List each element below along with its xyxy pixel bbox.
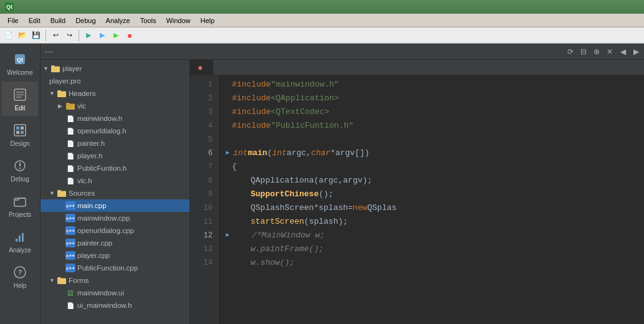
sync-icon-btn[interactable]: ⟳ — [565, 46, 576, 57]
tree-item-vlc[interactable]: ▶ vlc — [41, 100, 190, 112]
tree-item-PublicFuntion-h[interactable]: 📄 PublicFuntion.h — [41, 162, 190, 174]
sidebar-btn-edit[interactable]: Edit — [2, 82, 38, 116]
tree-label: Headers — [69, 90, 95, 97]
line-num-4: 4 — [193, 119, 213, 133]
code-line-13: w.paintFrame(); — [223, 242, 639, 256]
tree-label: Forms — [69, 277, 89, 284]
tree-item-mainwindow-h[interactable]: 📄 mainwindow.h — [41, 112, 190, 125]
debug-btn[interactable]: ▶ — [96, 29, 108, 42]
close-panel-btn[interactable]: ✕ — [604, 46, 615, 57]
tree-item-painter-h[interactable]: 📄 painter.h — [41, 137, 190, 150]
left-sidebar: QtWelcomeEditDesignDebugProjectsAnalyze?… — [0, 44, 41, 324]
code-line-8: QApplication a(argc, argv); — [223, 174, 639, 188]
filter-icon-btn[interactable]: ⊟ — [578, 46, 589, 57]
file-tree[interactable]: ▼ player player.pro ▼ Headers ▶ vlc 📄 ma… — [41, 60, 190, 324]
tree-item-PublicFunction-cpp[interactable]: c++ PublicFunction.cpp — [41, 262, 190, 274]
line-num-8: 8 — [193, 174, 213, 188]
code-line-5 — [223, 133, 639, 146]
tree-item-main-cpp[interactable]: c++ main.cpp — [41, 199, 190, 212]
line-num-13: 13 — [193, 242, 213, 256]
menu-item-analyze[interactable]: Analyze — [101, 16, 135, 26]
tree-item-player-cpp[interactable]: c++ player.cpp — [41, 249, 190, 262]
build-btn[interactable]: ▶ — [82, 29, 95, 42]
tree-item-Forms[interactable]: ▼ Forms — [41, 274, 190, 287]
toolbar-sep-2 — [79, 30, 79, 41]
tree-label: vlc — [77, 102, 86, 110]
tree-item-openurldialog-cpp[interactable]: c++ openurldialog.cpp — [41, 224, 190, 237]
tree-item-player-pro[interactable]: player.pro — [41, 75, 190, 87]
save-btn[interactable]: 💾 — [30, 29, 42, 42]
tree-label: PublicFuntion.h — [77, 164, 127, 172]
sidebar-btn-analyze[interactable]: Analyze — [2, 224, 38, 258]
tree-label: Sources — [69, 189, 95, 197]
line-num-12: 12 — [193, 229, 213, 242]
design-sidebar-icon — [11, 122, 29, 139]
svg-text:?: ? — [18, 269, 22, 276]
tree-label: vlc.h — [77, 177, 92, 184]
tree-label: player.pro — [49, 77, 81, 85]
line-numbers: 1234567891011121314 — [190, 75, 218, 324]
tree-item-Headers[interactable]: ▼ Headers — [41, 87, 190, 100]
new-file-btn[interactable]: 📄 — [2, 29, 15, 42]
menu-item-tools[interactable]: Tools — [135, 16, 161, 26]
back-nav-btn[interactable]: ◀ — [617, 46, 628, 57]
sidebar-btn-design[interactable]: Design — [2, 117, 38, 151]
tree-label: main.cpp — [77, 202, 107, 209]
tree-label: openurldialog.cpp — [77, 227, 134, 234]
editor-tab-right — [213, 60, 644, 75]
code-line-14: w.show(); — [223, 256, 639, 270]
tree-label: player.h — [77, 152, 102, 160]
stop-btn[interactable]: ■ — [123, 29, 136, 42]
help-sidebar-icon: ? — [11, 264, 29, 281]
line-num-2: 2 — [193, 92, 213, 105]
code-line-2: #include <QApplication> — [223, 92, 639, 105]
forward-nav-btn[interactable]: ▶ — [630, 46, 642, 57]
editor-tabs: ● — [190, 60, 644, 75]
editor-tab-main-cpp[interactable]: ● — [190, 60, 213, 75]
menu-item-build[interactable]: Build — [46, 16, 70, 26]
sidebar-btn-welcome[interactable]: QtWelcome — [2, 46, 38, 80]
line-num-6: 6 — [193, 146, 213, 160]
tree-item-vlc-h[interactable]: 📄 vlc.h — [41, 174, 190, 187]
line-num-7: 7 — [193, 160, 213, 174]
menu-item-window[interactable]: Window — [161, 16, 195, 26]
debug-sidebar-icon — [11, 157, 29, 174]
projects-tab[interactable] — [43, 50, 54, 53]
tree-label: painter.h — [77, 140, 105, 147]
run-btn[interactable]: ▶ — [110, 29, 122, 42]
tree-label: PublicFunction.cpp — [77, 264, 138, 272]
projects-sidebar-icon — [11, 193, 29, 210]
undo-btn[interactable]: ↩ — [49, 29, 62, 42]
tree-item-Sources[interactable]: ▼ Sources — [41, 187, 190, 199]
sidebar-btn-help[interactable]: ?Help — [2, 259, 38, 293]
code-content[interactable]: #include "mainwindow.h"#include <QApplic… — [218, 75, 644, 324]
tree-item-ui_mainwindow-h[interactable]: 📄 ui_mainwindow.h — [41, 299, 190, 312]
svg-rect-14 — [14, 198, 26, 206]
menu-item-help[interactable]: Help — [196, 16, 220, 26]
menu-item-edit[interactable]: Edit — [24, 16, 46, 26]
open-btn[interactable]: 📂 — [16, 29, 29, 42]
menu-item-file[interactable]: File — [2, 16, 24, 26]
add-icon-btn[interactable]: ⊕ — [591, 46, 602, 57]
tree-item-mainwindow-ui[interactable]: 🖼 mainwindow.ui — [41, 287, 190, 299]
tree-label: player.cpp — [77, 252, 110, 259]
tree-item-painter-cpp[interactable]: c++ painter.cpp — [41, 237, 190, 249]
projects-bar: ⟳ ⊟ ⊕ ✕ ◀ ▶ — [41, 44, 644, 60]
line-num-5: 5 — [193, 133, 213, 146]
bar-icon-group: ⟳ ⊟ ⊕ ✕ ◀ ▶ — [565, 46, 642, 57]
projects-sidebar-label: Projects — [9, 211, 31, 218]
sidebar-btn-debug[interactable]: Debug — [2, 153, 38, 187]
svg-point-13 — [19, 168, 21, 169]
svg-rect-6 — [14, 125, 26, 136]
tree-item-openurldialog-h[interactable]: 📄 openurldialog.h — [41, 125, 190, 137]
debug-sidebar-label: Debug — [11, 176, 29, 183]
tree-item-mainwindow-cpp[interactable]: c++ mainwindow.cpp — [41, 212, 190, 224]
redo-btn[interactable]: ↪ — [63, 29, 75, 42]
tree-item-player-h[interactable]: 📄 player.h — [41, 150, 190, 162]
tree-label: mainwindow.cpp — [77, 214, 130, 222]
svg-rect-7 — [16, 126, 19, 130]
tree-root-player[interactable]: ▼ player — [41, 62, 190, 75]
menu-item-debug[interactable]: Debug — [70, 16, 100, 26]
editor-area: ● 1234567891011121314 #include "mainwind… — [190, 60, 644, 324]
sidebar-btn-projects[interactable]: Projects — [2, 188, 38, 222]
